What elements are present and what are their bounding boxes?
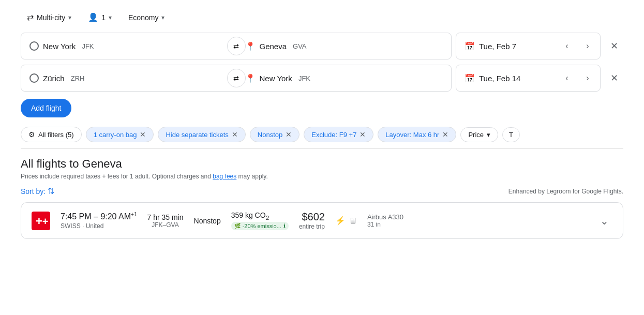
leaf-icon: 🌿 (234, 223, 241, 229)
power-icon: ⚡ (335, 216, 346, 226)
emissions-label: -20% emissio... (243, 223, 281, 229)
results-section: All flights to Geneva Prices include req… (0, 149, 644, 247)
sort-icon: ⇅ (48, 186, 54, 196)
next-day-indicator: +1 (131, 212, 137, 217)
origin-code-2: ZRH (71, 74, 85, 82)
swiss-cross-icon: + (36, 216, 46, 226)
remove-flight-2[interactable]: ✕ (605, 69, 623, 87)
cabin-class-label: Economy (128, 13, 158, 22)
co2-subscript: 2 (266, 214, 269, 221)
carry-on-remove[interactable]: ✕ (140, 130, 146, 139)
price-text: $602 (299, 211, 325, 223)
aircraft-text: Airbus A330 (367, 213, 403, 221)
calendar-icon-2: 📅 (465, 73, 475, 83)
flight-stops: Nonstop (194, 217, 221, 225)
carry-on-filter[interactable]: 1 carry-on bag ✕ (86, 127, 154, 142)
price-sort-button[interactable]: Price ▾ (460, 127, 498, 142)
trip-type-selector[interactable]: ⇄ Multi-city ▾ (21, 8, 78, 26)
origin-icon-1 (29, 41, 39, 51)
sort-by-selector[interactable]: Sort by: ⇅ (21, 186, 54, 196)
origin-field-1[interactable]: New York JFK (21, 33, 236, 59)
sort-by-label: Sort by: (21, 187, 46, 196)
all-filters-button[interactable]: ⚙ All filters (5) (21, 127, 82, 142)
separate-remove[interactable]: ✕ (232, 130, 238, 139)
date-picker-2[interactable]: 📅 Tue, Feb 14 ‹ › (456, 65, 601, 92)
date-next-1[interactable]: › (579, 38, 596, 54)
carry-on-label: 1 carry-on bag (94, 131, 137, 139)
trip-type-chevron: ▾ (68, 14, 71, 21)
calendar-icon-1: 📅 (465, 41, 475, 51)
swap-icon: ⇄ (27, 12, 34, 22)
duration-text: 7 hr 35 min (147, 213, 183, 221)
passengers-label: 1 (101, 13, 106, 22)
filters-bar: ⚙ All filters (5) 1 carry-on bag ✕ Hide … (0, 125, 644, 148)
swap-button-2[interactable]: ⇄ (227, 69, 246, 87)
layover-remove[interactable]: ✕ (442, 130, 448, 139)
legroom-text: 31 in (367, 221, 403, 228)
origin-field-2[interactable]: Zürich ZRH (21, 65, 236, 91)
filters-icon: ⚙ (28, 130, 35, 139)
dest-field-2[interactable]: 📍 New York JFK (237, 65, 452, 91)
nonstop-label: Nonstop (258, 131, 282, 139)
info-icon[interactable]: ℹ (283, 223, 286, 229)
route-box-2: Zürich ZRH ⇄ 📍 New York JFK (21, 65, 452, 92)
swap-button-1[interactable]: ⇄ (227, 37, 246, 55)
sort-row: Sort by: ⇅ Enhanced by Legroom for Googl… (21, 186, 623, 196)
dest-city-2: New York (260, 74, 292, 83)
flight-card[interactable]: + 7:45 PM – 9:20 AM+1 SWISS · United 7 h… (21, 202, 623, 239)
origin-city-2: Zürich (43, 74, 65, 83)
results-subtitle: Prices include required taxes + fees for… (21, 173, 623, 180)
nonstop-filter[interactable]: Nonstop ✕ (250, 127, 299, 142)
add-flight-button[interactable]: Add flight (21, 99, 71, 117)
more-label: T (509, 131, 513, 139)
flight-rows: New York JFK ⇄ 📍 Geneva GVA 📅 Tue, Feb 7… (0, 33, 644, 92)
bag-fees-link[interactable]: bag fees (213, 173, 236, 180)
results-title: All flights to Geneva (21, 157, 623, 171)
layover-filter[interactable]: Layover: Max 6 hr ✕ (378, 127, 456, 142)
emissions: 359 kg CO2 🌿 -20% emissio... ℹ (231, 211, 289, 230)
passengers-chevron: ▾ (109, 14, 112, 21)
all-filters-label: All filters (5) (38, 131, 74, 139)
cabin-class-selector[interactable]: Economy ▾ (122, 9, 171, 26)
nonstop-remove[interactable]: ✕ (286, 130, 292, 139)
co2-text: 359 kg CO2 (231, 211, 289, 221)
airline-logo: + (32, 212, 50, 230)
separate-filter[interactable]: Hide separate tickets ✕ (158, 127, 245, 142)
amenities: ⚡ 🖥 (335, 216, 357, 226)
origin-code-1: JFK (82, 42, 94, 50)
sort-chevron: ▾ (487, 131, 490, 139)
price-subtitle: entire trip (299, 223, 325, 230)
top-bar: ⇄ Multi-city ▾ 👤 1 ▾ Economy ▾ (0, 0, 644, 33)
origin-city-1: New York (43, 42, 76, 51)
dest-code-2: JFK (298, 74, 310, 82)
date-prev-1[interactable]: ‹ (559, 38, 575, 54)
dest-field-1[interactable]: 📍 Geneva GVA (237, 33, 452, 59)
route-box-1: New York JFK ⇄ 📍 Geneva GVA (21, 33, 452, 59)
separate-label: Hide separate tickets (166, 131, 228, 139)
cabin-class-chevron: ▾ (161, 14, 164, 21)
date-next-2[interactable]: › (579, 70, 596, 86)
exclude-remove[interactable]: ✕ (360, 130, 366, 139)
layover-label: Layover: Max 6 hr (385, 131, 439, 139)
date-prev-2[interactable]: ‹ (559, 70, 575, 86)
flight-row-2: Zürich ZRH ⇄ 📍 New York JFK 📅 Tue, Feb 1… (21, 65, 623, 92)
airline-names: SWISS · United (61, 222, 137, 230)
date-picker-1[interactable]: 📅 Tue, Feb 7 ‹ › (456, 33, 601, 59)
origin-icon-2 (29, 73, 39, 83)
flight-row-1: New York JFK ⇄ 📍 Geneva GVA 📅 Tue, Feb 7… (21, 33, 623, 59)
person-icon: 👤 (88, 12, 98, 22)
dest-icon-2: 📍 (245, 73, 256, 83)
exclude-label: Exclude: F9 +7 (311, 131, 356, 139)
expand-button[interactable]: ⌄ (596, 213, 612, 229)
emissions-badge: 🌿 -20% emissio... ℹ (231, 222, 289, 230)
passengers-selector[interactable]: 👤 1 ▾ (82, 8, 118, 26)
remove-flight-1[interactable]: ✕ (605, 37, 623, 55)
exclude-filter[interactable]: Exclude: F9 +7 ✕ (304, 127, 373, 142)
dest-code-1: GVA (293, 42, 307, 50)
price-sort-label: Price (468, 131, 484, 139)
aircraft-info: Airbus A330 31 in (367, 213, 403, 228)
trip-type-label: Multi-city (37, 13, 65, 22)
more-filters-button[interactable]: T (502, 127, 520, 142)
date-text-2: Tue, Feb 14 (479, 74, 555, 83)
price-section: $602 entire trip (299, 211, 325, 230)
